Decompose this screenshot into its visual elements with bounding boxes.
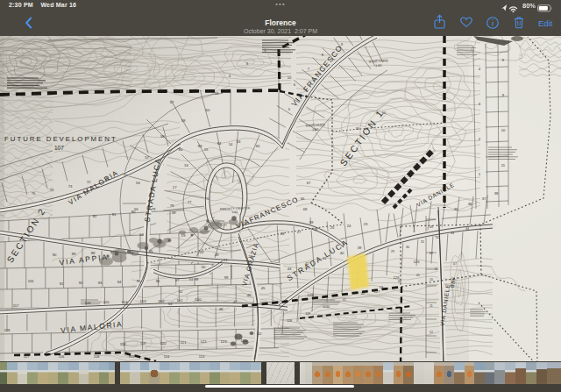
svg-text:16: 16 <box>184 163 188 167</box>
svg-text:55: 55 <box>134 207 138 211</box>
svg-text:47: 47 <box>233 300 238 304</box>
svg-text:59: 59 <box>258 88 262 92</box>
svg-text:140: 140 <box>312 127 319 132</box>
svg-text:Edit: Edit <box>538 18 553 28</box>
svg-text:91: 91 <box>60 282 64 286</box>
svg-text:57: 57 <box>170 100 174 104</box>
svg-text:83: 83 <box>198 144 202 148</box>
svg-text:17: 17 <box>173 185 177 189</box>
svg-text:05: 05 <box>416 274 420 277</box>
svg-text:125: 125 <box>414 260 421 264</box>
svg-text:140: 140 <box>375 63 382 68</box>
svg-text:126: 126 <box>394 275 401 280</box>
svg-text:100: 100 <box>195 297 202 302</box>
svg-text:84: 84 <box>179 147 183 152</box>
svg-text:30: 30 <box>406 246 409 249</box>
svg-text:73: 73 <box>68 184 73 189</box>
svg-text:62: 62 <box>258 331 262 336</box>
svg-text:36: 36 <box>468 202 472 206</box>
svg-text:92: 92 <box>79 281 83 285</box>
svg-text:59: 59 <box>181 118 186 123</box>
svg-text:85: 85 <box>149 249 153 253</box>
svg-text:70: 70 <box>124 173 128 177</box>
svg-text:38: 38 <box>494 191 499 196</box>
svg-text:121: 121 <box>181 340 188 345</box>
svg-text:12: 12 <box>430 331 433 334</box>
svg-text:31: 31 <box>421 240 424 244</box>
svg-text:69: 69 <box>309 220 314 225</box>
svg-text:128: 128 <box>308 293 315 297</box>
svg-text:117: 117 <box>24 354 30 359</box>
svg-text:119: 119 <box>140 341 146 346</box>
svg-text:FUTURE DEVELOPMENT: FUTURE DEVELOPMENT <box>4 135 117 143</box>
svg-text:105: 105 <box>103 300 110 304</box>
svg-text:115: 115 <box>129 354 135 359</box>
svg-text:57: 57 <box>145 155 149 160</box>
svg-text:21: 21 <box>224 258 228 262</box>
svg-text:102: 102 <box>159 299 166 303</box>
svg-text:66: 66 <box>301 196 305 201</box>
svg-text:50: 50 <box>202 265 206 269</box>
svg-text:74: 74 <box>50 188 54 192</box>
svg-text:20: 20 <box>200 250 204 254</box>
svg-text:37: 37 <box>482 196 486 201</box>
svg-text:11: 11 <box>430 304 433 308</box>
svg-text:23: 23 <box>364 222 368 226</box>
svg-text:06: 06 <box>435 267 438 271</box>
svg-text:90: 90 <box>53 253 57 257</box>
svg-text:63: 63 <box>237 139 241 144</box>
svg-text:98: 98 <box>195 277 199 282</box>
svg-text:51: 51 <box>189 277 194 282</box>
svg-text:19: 19 <box>181 233 186 238</box>
svg-text:58: 58 <box>160 134 165 139</box>
svg-text:106: 106 <box>85 301 92 305</box>
svg-text:15: 15 <box>204 147 209 152</box>
svg-text:116: 116 <box>59 354 65 359</box>
svg-text:94: 94 <box>117 280 122 284</box>
svg-text:75: 75 <box>32 191 36 196</box>
svg-text:52: 52 <box>179 289 183 294</box>
svg-text:58: 58 <box>215 91 219 96</box>
svg-text:82: 82 <box>93 214 97 218</box>
svg-text:128: 128 <box>287 319 292 323</box>
svg-text:124: 124 <box>241 339 248 343</box>
svg-text:53: 53 <box>168 302 173 306</box>
svg-text:26: 26 <box>314 227 318 232</box>
svg-text:40: 40 <box>340 251 344 255</box>
svg-text:117: 117 <box>13 303 19 308</box>
svg-text:68: 68 <box>303 207 308 211</box>
svg-text:55: 55 <box>356 126 360 131</box>
svg-text:101: 101 <box>177 298 184 303</box>
svg-text:129: 129 <box>305 312 310 316</box>
svg-text:107: 107 <box>54 145 64 151</box>
svg-text:116: 116 <box>28 279 34 283</box>
svg-text:0130: 0130 <box>323 305 330 309</box>
svg-text:29: 29 <box>391 250 394 253</box>
svg-text:08: 08 <box>430 225 433 229</box>
svg-text:24: 24 <box>347 224 352 228</box>
svg-text:64: 64 <box>217 141 222 146</box>
svg-text:104: 104 <box>122 300 129 304</box>
svg-text:118: 118 <box>4 328 11 332</box>
svg-text:11: 11 <box>501 163 506 167</box>
svg-text:96: 96 <box>156 279 160 283</box>
svg-text:39: 39 <box>358 246 362 250</box>
svg-text:10: 10 <box>501 128 506 132</box>
svg-text:10: 10 <box>288 75 292 80</box>
svg-text:07: 07 <box>453 262 457 266</box>
svg-text:87: 87 <box>110 250 115 254</box>
svg-text:25: 25 <box>330 225 335 230</box>
svg-text:93: 93 <box>98 281 103 285</box>
svg-text:122: 122 <box>201 339 208 344</box>
svg-text:113: 113 <box>199 354 205 359</box>
svg-text:78: 78 <box>170 203 174 208</box>
svg-text:34: 34 <box>465 227 469 231</box>
svg-text:03: 03 <box>380 286 383 289</box>
svg-text:35: 35 <box>454 207 458 211</box>
svg-text:45: 45 <box>261 286 266 290</box>
svg-text:65: 65 <box>256 144 260 148</box>
svg-text:48: 48 <box>219 307 224 311</box>
svg-text:43: 43 <box>288 267 292 271</box>
svg-text:10: 10 <box>430 278 433 282</box>
svg-text:56: 56 <box>136 181 140 185</box>
